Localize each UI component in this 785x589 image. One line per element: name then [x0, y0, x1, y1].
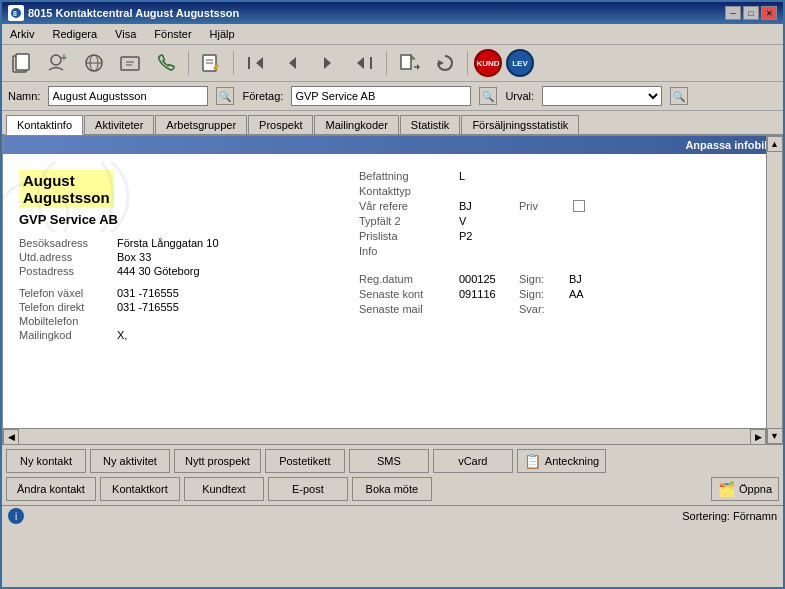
priv-label: Priv — [519, 200, 569, 212]
menu-redigera[interactable]: Redigera — [48, 26, 101, 42]
phone-toolbar-button[interactable] — [150, 48, 182, 78]
urval-select[interactable] — [542, 86, 662, 106]
scroll-right-button[interactable]: ▶ — [750, 429, 766, 445]
phone-row-1: Telefon växel 031 -716555 — [19, 287, 319, 299]
card-toolbar-button[interactable] — [114, 48, 146, 78]
oppna-button[interactable]: 🗂️ Öppna — [711, 477, 779, 501]
tab-statistik[interactable]: Statistik — [400, 115, 461, 134]
bottom-buttons-row2: Ändra kontakt Kontaktkort Kundtext E-pos… — [2, 477, 783, 505]
senastemail-row: Senaste mail Svar: — [359, 303, 766, 315]
ny-kontakt-button[interactable]: Ny kontakt — [6, 449, 86, 473]
forward-toolbar-button[interactable] — [312, 48, 344, 78]
svg-marker-22 — [411, 55, 415, 59]
scroll-left-button[interactable]: ◀ — [3, 429, 19, 445]
refresh-toolbar-button[interactable] — [429, 48, 461, 78]
nytt-prospekt-button[interactable]: Nytt prospekt — [174, 449, 261, 473]
senastemail-label: Senaste mail — [359, 303, 459, 315]
svg-rect-3 — [16, 54, 29, 70]
senastemail-value — [459, 303, 519, 315]
sms-button[interactable]: SMS — [349, 449, 429, 473]
senastekont-value: 091116 — [459, 288, 519, 300]
svg-text:8: 8 — [13, 10, 17, 17]
menu-visa[interactable]: Visa — [111, 26, 140, 42]
address-section: Besöksadress Första Långgatan 10 Utd.adr… — [19, 237, 319, 277]
name-search-button[interactable]: 🔍 — [216, 87, 234, 105]
e-post-button[interactable]: E-post — [268, 477, 348, 501]
befattning-value: L — [459, 170, 519, 182]
andra-kontakt-button[interactable]: Ändra kontakt — [6, 477, 96, 501]
vcard-button[interactable]: vCard — [433, 449, 513, 473]
scroll-thumb[interactable] — [768, 153, 782, 427]
menu-fonster[interactable]: Fönster — [150, 26, 195, 42]
close-button[interactable]: ✕ — [761, 6, 777, 20]
customer-toolbar-button[interactable]: KUND — [474, 49, 502, 77]
besoksadress-label: Besöksadress — [19, 237, 109, 249]
vertical-scrollbar[interactable]: ▲ ▼ — [766, 136, 782, 444]
tel-direkt-label: Telefon direkt — [19, 301, 109, 313]
bottom-buttons-row1: Ny kontakt Ny aktivitet Nytt prospekt Po… — [2, 445, 783, 477]
befattning-row: Befattning L — [359, 170, 766, 182]
scroll-up-button[interactable]: ▲ — [767, 136, 783, 152]
address-row-1: Besöksadress Första Långgatan 10 — [19, 237, 319, 249]
postetikett-button[interactable]: Postetikett — [265, 449, 345, 473]
urval-search-button[interactable]: 🔍 — [670, 87, 688, 105]
supplier-toolbar-button[interactable]: LEV — [506, 49, 534, 77]
toolbar-separator-1 — [188, 51, 189, 75]
kundtext-button[interactable]: Kundtext — [184, 477, 264, 501]
copy-toolbar-button[interactable] — [6, 48, 38, 78]
tab-mailingkoder[interactable]: Mailingkoder — [314, 115, 398, 134]
globe-toolbar-button[interactable] — [78, 48, 110, 78]
scroll-down-button[interactable]: ▼ — [767, 428, 783, 444]
back-first-toolbar-button[interactable] — [240, 48, 272, 78]
horizontal-scrollbar[interactable]: ◀ ▶ — [3, 428, 766, 444]
name-input[interactable] — [48, 86, 208, 106]
tel-direkt-value: 031 -716555 — [117, 301, 179, 313]
phone-row-3: Mobiltelefon — [19, 315, 319, 327]
add-contact-toolbar-button[interactable]: + — [42, 48, 74, 78]
minimize-button[interactable]: ─ — [725, 6, 741, 20]
company-search-button[interactable]: 🔍 — [479, 87, 497, 105]
anteckning-button[interactable]: 📋 Anteckning — [517, 449, 606, 473]
phone-section: Telefon växel 031 -716555 Telefon direkt… — [19, 287, 319, 341]
tab-prospekt[interactable]: Prospekt — [248, 115, 313, 134]
tab-aktiviteter[interactable]: Aktiviteter — [84, 115, 154, 134]
svg-marker-17 — [289, 57, 296, 69]
address-row-3: Postadress 444 30 Göteborg — [19, 265, 319, 277]
back-toolbar-button[interactable] — [276, 48, 308, 78]
priv-checkbox[interactable] — [573, 200, 585, 212]
forward-last-toolbar-button[interactable] — [348, 48, 380, 78]
edit-toolbar-button[interactable] — [195, 48, 227, 78]
status-left: i — [8, 508, 24, 524]
mailingkod-label: Mailingkod — [19, 329, 109, 341]
menu-hjalp[interactable]: Hjälp — [206, 26, 239, 42]
tab-forsaljningsstatistik[interactable]: Försäljningsstatistik — [461, 115, 579, 134]
phone-row-4: Mailingkod X, — [19, 329, 319, 341]
senastekont-label: Senaste kont — [359, 288, 459, 300]
anteckning-icon: 📋 — [524, 453, 541, 469]
regdatum-label: Reg.datum — [359, 273, 459, 285]
company-input[interactable] — [291, 86, 471, 106]
tab-arbetsgrupper[interactable]: Arbetsgrupper — [155, 115, 247, 134]
svg-marker-15 — [256, 57, 263, 69]
boka-mote-button[interactable]: Boka möte — [352, 477, 432, 501]
ny-aktivitet-button[interactable]: Ny aktivitet — [90, 449, 170, 473]
menu-arkiv[interactable]: Arkiv — [6, 26, 38, 42]
typfalt-row: Typfält 2 V — [359, 215, 766, 227]
maximize-button[interactable]: □ — [743, 6, 759, 20]
utdadress-value: Box 33 — [117, 251, 151, 263]
urval-label: Urval: — [505, 90, 534, 102]
senastekont-sign-value: AA — [569, 288, 584, 300]
kontaktkort-button[interactable]: Kontaktkort — [100, 477, 180, 501]
mailingkod-value: X, — [117, 329, 127, 341]
typfalt-value: V — [459, 215, 519, 227]
company-label: Företag: — [242, 90, 283, 102]
oppna-icon: 🗂️ — [718, 481, 735, 497]
tab-kontaktinfo[interactable]: Kontaktinfo — [6, 115, 83, 135]
oppna-label: Öppna — [739, 483, 772, 495]
varrefere-value: BJ — [459, 200, 519, 212]
h-scroll-thumb[interactable] — [21, 432, 748, 442]
utdadress-label: Utd.adress — [19, 251, 109, 263]
regdatum-value: 000125 — [459, 273, 519, 285]
export-toolbar-button[interactable] — [393, 48, 425, 78]
prislista-row: Prislista P2 — [359, 230, 766, 242]
